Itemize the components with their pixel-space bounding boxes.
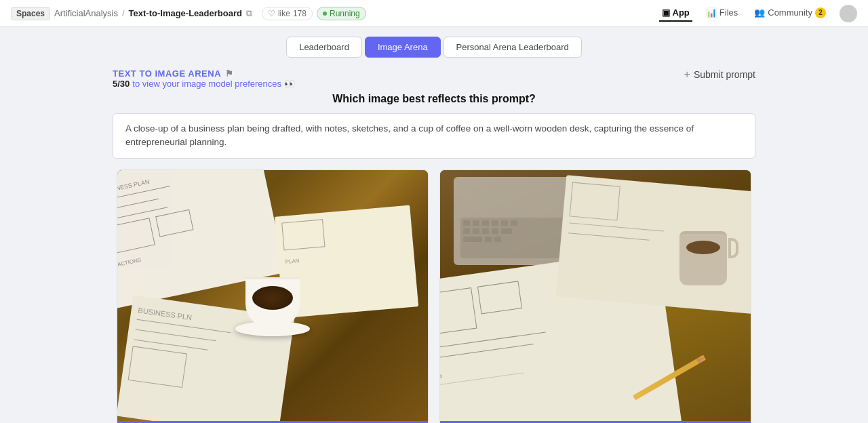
submit-prompt-button[interactable]: + Submit prompt bbox=[684, 68, 755, 81]
svg-rect-21 bbox=[473, 228, 479, 234]
heart-icon: ♡ bbox=[268, 9, 275, 18]
svg-line-30 bbox=[440, 331, 546, 348]
svg-rect-26 bbox=[485, 237, 492, 242]
mug-body bbox=[679, 231, 727, 285]
arena-title: TEXT TO IMAGE ARENA ⚑ bbox=[113, 68, 295, 79]
eyes-icon: 👀 bbox=[284, 79, 295, 89]
nav-community[interactable]: 👥 Community 2 bbox=[751, 5, 829, 22]
like-badge[interactable]: ♡ like 178 bbox=[262, 7, 313, 20]
image-right-inner: notes bbox=[440, 170, 751, 421]
image-card-left: BUSINESS PLAN ACTIONS BUSINESS PLN bbox=[117, 169, 429, 424]
image-card-right: notes bbox=[439, 169, 751, 424]
svg-line-36 bbox=[568, 233, 650, 239]
svg-rect-17 bbox=[492, 220, 498, 226]
images-row: BUSINESS PLAN ACTIONS BUSINESS PLN bbox=[113, 169, 755, 424]
progress-count: 5/30 bbox=[113, 79, 130, 89]
svg-line-8 bbox=[137, 319, 231, 332]
arena-header: TEXT TO IMAGE ARENA ⚑ 5/30 to view your … bbox=[113, 68, 755, 89]
prompt-box: A close-up of a business plan being draf… bbox=[113, 113, 755, 159]
cup bbox=[245, 277, 300, 328]
svg-line-33 bbox=[440, 372, 524, 385]
preference-link[interactable]: to view your image model preferences bbox=[132, 79, 281, 89]
svg-line-1 bbox=[117, 199, 159, 210]
topnav-left: Spaces ArtificialAnalysis / Text-to-Imag… bbox=[11, 7, 655, 20]
main-content: TEXT TO IMAGE ARENA ⚑ 5/30 to view your … bbox=[102, 68, 766, 423]
svg-rect-23 bbox=[492, 228, 498, 234]
tab-leaderboard[interactable]: Leaderboard bbox=[286, 37, 362, 58]
plus-icon: + bbox=[684, 68, 690, 81]
topnav: Spaces ArtificialAnalysis / Text-to-Imag… bbox=[0, 0, 868, 27]
svg-text:notes: notes bbox=[440, 372, 442, 380]
tab-image-arena[interactable]: Image Arena bbox=[365, 37, 441, 58]
svg-rect-12 bbox=[282, 219, 325, 249]
prefer-right-button[interactable]: ♡ Prefer (→ Key) bbox=[440, 421, 751, 424]
svg-rect-18 bbox=[501, 220, 508, 226]
running-badge: Running bbox=[317, 7, 366, 20]
tab-personal-arena[interactable]: Personal Arena Leaderboard bbox=[443, 37, 582, 58]
separator: / bbox=[122, 8, 125, 18]
svg-line-2 bbox=[117, 207, 167, 220]
community-icon: 👥 bbox=[754, 7, 765, 18]
svg-rect-28 bbox=[440, 287, 477, 336]
svg-rect-34 bbox=[570, 182, 620, 220]
svg-rect-22 bbox=[482, 228, 489, 234]
svg-rect-25 bbox=[463, 237, 482, 242]
svg-rect-20 bbox=[463, 228, 470, 234]
arena-header-left: TEXT TO IMAGE ARENA ⚑ 5/30 to view your … bbox=[113, 68, 295, 89]
running-dot bbox=[323, 12, 327, 16]
svg-text:BUSINESS PLAN: BUSINESS PLAN bbox=[117, 178, 150, 195]
progress-text: 5/30 to view your image model preference… bbox=[113, 79, 295, 89]
nav-app[interactable]: ▣ App bbox=[659, 5, 692, 22]
svg-rect-11 bbox=[128, 346, 186, 387]
svg-rect-15 bbox=[473, 220, 479, 226]
svg-rect-16 bbox=[482, 220, 489, 226]
arena-title-text: TEXT TO IMAGE ARENA bbox=[113, 68, 221, 79]
coffee-cup-left bbox=[232, 255, 313, 336]
coffee-liquid bbox=[252, 286, 293, 310]
copy-icon[interactable]: ⧉ bbox=[246, 8, 252, 19]
tabs-bar: Leaderboard Image Arena Personal Arena L… bbox=[0, 27, 868, 64]
repo-owner[interactable]: ArtificialAnalysis bbox=[54, 8, 118, 18]
files-icon: 📊 bbox=[706, 7, 717, 18]
svg-rect-24 bbox=[501, 228, 512, 234]
image-left: BUSINESS PLAN ACTIONS BUSINESS PLN bbox=[117, 170, 428, 421]
running-label: Running bbox=[330, 9, 360, 18]
prefer-left-button[interactable]: ♡ Prefer (← Key) bbox=[117, 421, 428, 424]
svg-rect-3 bbox=[117, 218, 155, 253]
avatar[interactable] bbox=[840, 5, 857, 22]
like-count: 178 bbox=[293, 9, 307, 18]
svg-rect-19 bbox=[511, 220, 517, 226]
like-label: like bbox=[278, 9, 290, 18]
topnav-right: ▣ App 📊 Files 👥 Community 2 bbox=[659, 5, 857, 22]
image-right: notes bbox=[440, 170, 751, 421]
svg-line-31 bbox=[440, 344, 534, 359]
svg-rect-4 bbox=[156, 209, 193, 237]
svg-rect-29 bbox=[477, 281, 521, 313]
image-left-inner: BUSINESS PLAN ACTIONS BUSINESS PLN bbox=[117, 170, 428, 421]
svg-rect-27 bbox=[494, 237, 501, 242]
svg-text:ACTIONS: ACTIONS bbox=[117, 256, 142, 267]
mug-content bbox=[686, 241, 720, 254]
mug-handle bbox=[728, 238, 738, 258]
svg-line-35 bbox=[569, 222, 663, 230]
svg-text:BUSINESS PLN: BUSINESS PLN bbox=[138, 306, 193, 321]
flag-icon[interactable]: ⚑ bbox=[225, 68, 234, 79]
svg-rect-14 bbox=[463, 220, 470, 226]
app-icon: ▣ bbox=[662, 7, 670, 18]
question-section: Which image best reflects this prompt? bbox=[113, 93, 755, 105]
repo-name[interactable]: Text-to-Image-Leaderboard bbox=[129, 8, 242, 18]
nav-files[interactable]: 📊 Files bbox=[703, 5, 741, 22]
mug-right bbox=[676, 224, 730, 285]
submit-label: Submit prompt bbox=[694, 69, 755, 80]
community-count: 2 bbox=[815, 7, 826, 18]
question-text: Which image best reflects this prompt? bbox=[113, 93, 755, 105]
svg-line-9 bbox=[136, 329, 216, 341]
spaces-badge[interactable]: Spaces bbox=[11, 7, 50, 20]
